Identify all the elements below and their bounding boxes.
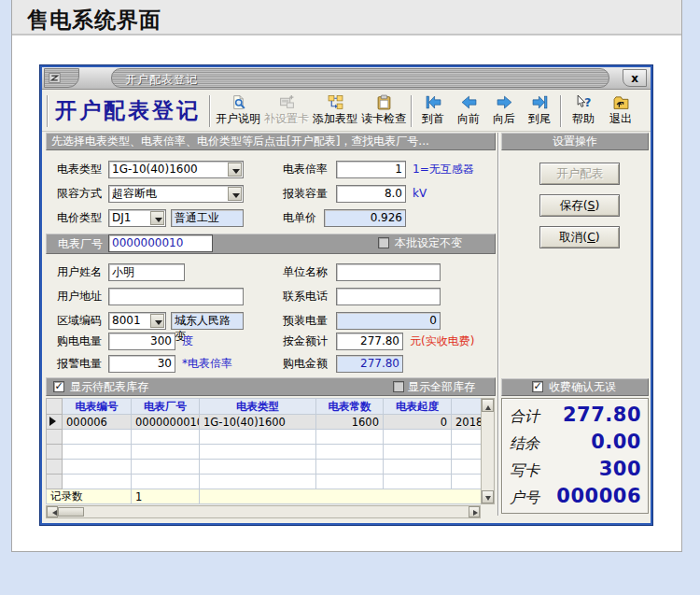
toolbar-button-prev[interactable]: 向前 (451, 92, 486, 130)
price-type-label: 电价类型 (57, 209, 102, 227)
close-button[interactable]: x (623, 69, 647, 87)
capacity-input[interactable]: 8.0 (336, 185, 406, 203)
toolbar-button-help[interactable]: ? 帮助 (565, 92, 602, 130)
doc-search-icon (231, 94, 246, 110)
page-header: 售电系统界面 (12, 0, 681, 35)
chevron-down-icon[interactable] (228, 187, 242, 201)
toolbar-button-exit[interactable]: 退出 (602, 92, 639, 130)
address-label: 用户地址 (57, 288, 102, 305)
column-header-meter-type[interactable]: 电表类型 (200, 399, 316, 415)
phone-input[interactable] (336, 288, 441, 305)
hint-bar: 先选择电表类型、电表倍率、电价类型等后点击[开户配表]，查找电表厂号... (46, 133, 496, 150)
chevron-down-icon[interactable] (150, 211, 164, 225)
org-name-input[interactable] (336, 263, 441, 281)
setup-card-icon (279, 94, 295, 110)
add-meter-type-icon (328, 94, 343, 110)
scroll-left-button[interactable] (47, 506, 58, 517)
prev-record-icon (461, 94, 477, 110)
address-input[interactable] (108, 288, 244, 305)
page: 售电系统界面 开户配表登记 x 开户配表登记 开户说明 (0, 0, 700, 595)
column-header-extra[interactable] (452, 399, 482, 415)
factory-no-input[interactable]: 0000000010 (108, 234, 213, 252)
scroll-down-button[interactable] (482, 490, 494, 503)
write-card-value: 300 (599, 458, 641, 480)
column-header-meter-start[interactable]: 电表起度 (384, 399, 452, 415)
meter-ratio-input[interactable]: 1 (336, 161, 406, 178)
account-no-row: 户号 000006 (502, 484, 648, 510)
alarm-qty-hint: *电表倍率 (182, 355, 232, 373)
toolbar-button-read-card[interactable]: 读卡检查 (359, 92, 408, 130)
totals-panel: 合计 277.80 结余 0.00 写卡 300 户号 000006 (501, 398, 649, 514)
show-pending-label: 显示待配表库存 (70, 377, 148, 395)
table-empty-row (47, 445, 482, 460)
batch-fixed-checkbox[interactable] (378, 237, 389, 248)
purchase-qty-input[interactable]: 300 (108, 333, 175, 350)
scrollbar-thumb[interactable] (58, 507, 84, 517)
price-type-combo[interactable]: DJ1 (108, 209, 166, 227)
cancel-button[interactable]: 取消(C) (539, 226, 620, 248)
by-amount-input[interactable]: 277.80 (336, 333, 403, 350)
capacity-hint: kV (413, 185, 427, 203)
scroll-right-button[interactable] (469, 506, 480, 517)
meter-type-combo[interactable]: 1G-10(40)1600 (108, 161, 244, 178)
titlebar-pill: 开户配表登记 (111, 68, 609, 88)
balance-row: 结余 0.00 (502, 430, 648, 456)
selector-column-header[interactable] (47, 399, 63, 415)
area-desc-field: 城东人民路变 (171, 312, 244, 330)
column-header-factory-no[interactable]: 电表厂号 (132, 399, 200, 415)
toolbar-button-first[interactable]: 到首 (415, 92, 451, 130)
toolbar-button-last[interactable]: 到尾 (522, 92, 557, 130)
column-header-meter-constant[interactable]: 电表常数 (316, 399, 384, 415)
total-label: 合计 (510, 407, 539, 427)
table-row[interactable]: 000006 0000000010 1G-10(40)1600 1600 0 2… (47, 415, 482, 430)
horizontal-scrollbar[interactable] (46, 505, 481, 518)
user-name-label: 用户姓名 (57, 263, 102, 281)
chevron-down-icon[interactable] (150, 314, 164, 328)
org-name-label: 单位名称 (283, 263, 328, 281)
record-count-label: 记录数 (47, 489, 132, 504)
alarm-qty-input[interactable]: 30 (108, 355, 175, 373)
first-record-icon (426, 94, 441, 110)
write-card-row: 写卡 300 (502, 457, 648, 483)
row-selector[interactable] (47, 415, 63, 430)
purchase-amt-field: 277.80 (336, 355, 403, 373)
toolbar-separator (560, 95, 562, 127)
content-card: 售电系统界面 开户配表登记 x 开户配表登记 开户说明 (11, 0, 682, 552)
window-title: 开户配表登记 (125, 72, 198, 88)
limit-mode-label: 限容方式 (57, 185, 102, 203)
current-row-icon (49, 417, 61, 426)
user-name-input[interactable]: 小明 (108, 263, 185, 281)
show-all-checkbox[interactable] (393, 381, 404, 392)
page-title: 售电系统界面 (12, 0, 681, 35)
table-empty-row (47, 430, 482, 445)
area-code-combo[interactable]: 8001 (108, 312, 166, 330)
chevron-down-icon[interactable] (228, 163, 242, 177)
meter-ratio-hint: 1=无互感器 (413, 161, 474, 178)
batch-fixed-label: 本批设定不变 (395, 234, 462, 252)
meter-stock-table: 电表编号 电表厂号 电表类型 电表常数 电表起度 000006 00000000… (46, 398, 482, 504)
price-type-desc: 普通工业 (171, 209, 244, 227)
balance-label: 结余 (510, 434, 539, 454)
save-button[interactable]: 保存(S) (539, 194, 620, 217)
toolbar-button-open-help[interactable]: 开户说明 (214, 92, 262, 130)
svg-text:?: ? (584, 95, 591, 109)
toolbar-button-next[interactable]: 向后 (486, 92, 522, 130)
area-code-label: 区域编码 (57, 312, 102, 330)
table-footer-row: 记录数 1 (47, 489, 482, 504)
window-titlebar: 开户配表登记 x (42, 67, 651, 90)
limit-mode-combo[interactable]: 超容断电 (108, 185, 244, 203)
fee-confirm-checkbox[interactable] (532, 381, 543, 392)
meter-ratio-label: 电表倍率 (283, 161, 328, 178)
scroll-up-button[interactable] (482, 399, 494, 412)
write-card-label: 写卡 (510, 461, 539, 481)
column-header-meter-id[interactable]: 电表编号 (63, 399, 132, 415)
toolbar-grip (47, 95, 49, 127)
panel-title-bar: 设置操作 (501, 133, 649, 150)
table-empty-row (47, 475, 482, 489)
show-pending-checkbox[interactable] (53, 381, 64, 392)
vertical-scrollbar[interactable] (481, 398, 495, 504)
assign-meter-button: 开户配表 (539, 163, 620, 185)
purchase-qty-label: 购电电量 (57, 333, 102, 350)
toolbar-button-add-meter-type[interactable]: 添加表型 (311, 92, 359, 130)
meter-type-label: 电表类型 (57, 161, 102, 178)
